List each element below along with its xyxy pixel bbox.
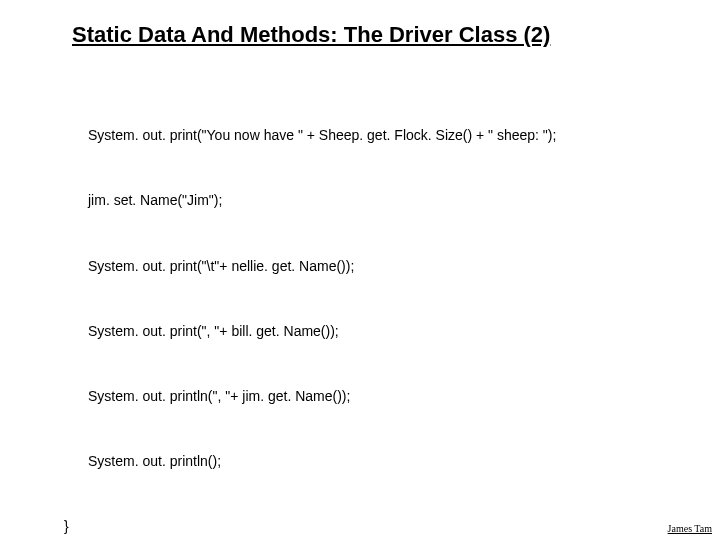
code-line: System. out. print("You now have " + She…: [46, 125, 556, 147]
code-line: System. out. println();: [46, 451, 556, 473]
slide: Static Data And Methods: The Driver Clas…: [0, 0, 720, 540]
author-footer: James Tam: [668, 523, 712, 534]
code-line: }: [46, 516, 556, 538]
code-block: System. out. print("You now have " + She…: [46, 82, 556, 540]
code-line: System. out. println(", "+ jim. get. Nam…: [46, 386, 556, 408]
slide-title: Static Data And Methods: The Driver Clas…: [72, 22, 550, 48]
code-line: System. out. print("\t"+ nellie. get. Na…: [46, 256, 556, 278]
code-line: jim. set. Name("Jim");: [46, 190, 556, 212]
code-line: System. out. print(", "+ bill. get. Name…: [46, 321, 556, 343]
